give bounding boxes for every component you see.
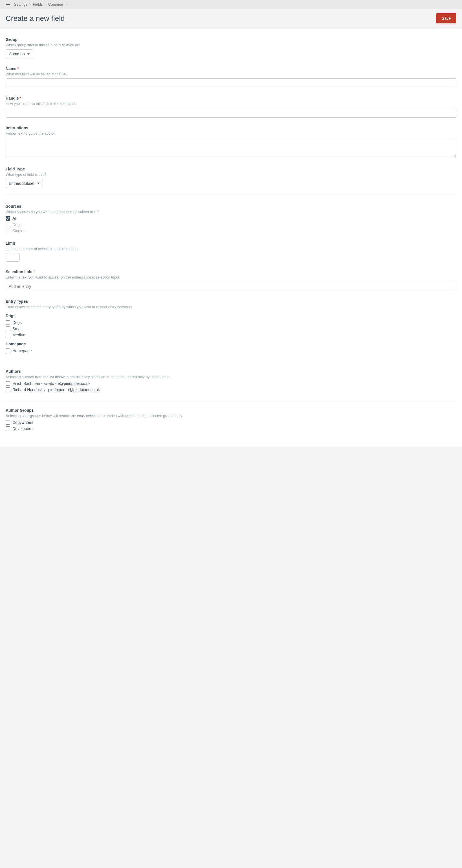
author-group-developers-text: Developers: [12, 426, 32, 431]
author-group-developers-checkbox[interactable]: [6, 426, 10, 431]
breadcrumb-sep-3: >: [65, 2, 67, 6]
author-groups-description: Selecting user groups below will restric…: [6, 414, 456, 418]
name-required-star: *: [17, 66, 19, 71]
selection-label-input[interactable]: [6, 282, 456, 291]
entry-type-homepage-checkbox[interactable]: [6, 348, 10, 353]
limit-description: Limit the number of selectable entries s…: [6, 247, 456, 251]
sources-label: Sources: [6, 204, 456, 209]
group-label: Group: [6, 37, 456, 42]
entry-type-dogs-label[interactable]: Dogs: [6, 320, 456, 325]
author-groups-section: Author Groups Selecting user groups belo…: [6, 408, 456, 431]
sources-singles-text: Singles: [12, 228, 25, 233]
handle-label: Handle*: [6, 96, 456, 100]
entry-types-description: From below select the entry types by whi…: [6, 305, 456, 309]
handle-required-star: *: [20, 96, 21, 100]
entry-type-small-checkbox[interactable]: [6, 327, 10, 331]
author-richard-text: Richard Hendricks - piedpiper - r@piedpi…: [12, 388, 100, 392]
page-header: Create a new field Save: [0, 9, 462, 29]
author-groups-label: Author Groups: [6, 408, 456, 412]
breadcrumb-common[interactable]: Common: [48, 2, 63, 6]
field-type-select[interactable]: Entries Subset: [6, 179, 43, 188]
name-description: What this field will be called in the CP…: [6, 72, 456, 76]
entry-type-dogs-checkbox[interactable]: [6, 320, 10, 325]
sources-all-checkbox[interactable]: [6, 216, 10, 221]
author-group-copywriters-label[interactable]: Copywriters: [6, 420, 456, 425]
breadcrumb-sep-2: >: [44, 2, 46, 6]
group-field-section: Group Which group should this field be d…: [6, 37, 456, 58]
hamburger-icon[interactable]: [6, 3, 10, 6]
entry-type-medium-label[interactable]: Medium: [6, 333, 456, 337]
divider-3: [6, 400, 456, 400]
divider-2: [6, 361, 456, 361]
entry-type-homepage-label[interactable]: Homepage: [6, 348, 456, 353]
entry-type-medium-text: Medium: [12, 333, 27, 337]
instructions-input[interactable]: [6, 138, 456, 158]
sources-description: Which sources do you want to select entr…: [6, 210, 456, 214]
page-title: Create a new field: [6, 14, 65, 23]
entry-type-small-text: Small: [12, 327, 22, 331]
author-group-developers-label[interactable]: Developers: [6, 426, 456, 431]
instructions-label: Instructions: [6, 126, 456, 130]
name-field-section: Name* What this field will be called in …: [6, 66, 456, 88]
author-richard-checkbox[interactable]: [6, 388, 10, 392]
authors-label: Authors: [6, 369, 456, 374]
sources-singles-label: Singles: [6, 228, 456, 233]
topbar: Settings > Fields > Common >: [0, 0, 462, 9]
limit-input[interactable]: [6, 253, 20, 261]
author-richard-label[interactable]: Richard Hendricks - piedpiper - r@piedpi…: [6, 388, 456, 392]
selection-label-section: Selection Label Enter the text you want …: [6, 270, 456, 291]
author-erlich-text: Erlich Bachman - aviato - e@piedpiper.co…: [12, 381, 90, 386]
sources-all-label: All: [12, 216, 18, 221]
sources-dogs-text: Dogs: [12, 222, 22, 227]
sources-all-checkbox-label[interactable]: All: [6, 216, 456, 221]
breadcrumb-sep-1: >: [29, 2, 31, 6]
divider-1: [6, 196, 456, 196]
instructions-description: Helper text to guide the author.: [6, 131, 456, 135]
save-button[interactable]: Save: [436, 13, 456, 24]
author-group-copywriters-checkbox[interactable]: [6, 420, 10, 425]
group-select[interactable]: Common: [6, 50, 33, 58]
group-description: Which group should this field be display…: [6, 43, 456, 47]
author-erlich-label[interactable]: Erlich Bachman - aviato - e@piedpiper.co…: [6, 381, 456, 386]
handle-field-section: Handle* How you'll refer to this field i…: [6, 96, 456, 118]
instructions-field-section: Instructions Helper text to guide the au…: [6, 126, 456, 159]
main-content: Group Which group should this field be d…: [0, 29, 462, 447]
handle-input[interactable]: [6, 108, 456, 118]
name-label: Name*: [6, 66, 456, 71]
limit-label: Limit: [6, 241, 456, 246]
entry-types-section: Entry Types From below select the entry …: [6, 299, 456, 353]
entry-type-homepage-text: Homepage: [12, 348, 32, 353]
entry-types-label: Entry Types: [6, 299, 456, 304]
field-type-label: Field Type: [6, 167, 456, 171]
entry-type-medium-checkbox[interactable]: [6, 333, 10, 337]
limit-section: Limit Limit the number of selectable ent…: [6, 241, 456, 261]
field-type-description: What type of field is this?: [6, 173, 456, 177]
author-group-copywriters-text: Copywriters: [12, 420, 33, 425]
sources-dogs-checkbox: [6, 222, 10, 227]
field-type-section: Field Type What type of field is this? E…: [6, 167, 456, 188]
author-erlich-checkbox[interactable]: [6, 381, 10, 386]
entry-type-small-label[interactable]: Small: [6, 327, 456, 331]
breadcrumb-settings[interactable]: Settings: [14, 2, 27, 6]
selection-label-description: Enter the text you want to appear on the…: [6, 275, 456, 279]
authors-description: Selecting authors from the list below to…: [6, 375, 456, 379]
sources-dogs-label: Dogs: [6, 222, 456, 227]
entry-types-dogs-group-title: Dogs: [6, 313, 456, 318]
entry-types-homepage-group-title: Homepage: [6, 342, 456, 346]
handle-description: How you'll refer to this field in the te…: [6, 101, 456, 106]
selection-label-label: Selection Label: [6, 270, 456, 274]
authors-section: Authors Selecting authors from the list …: [6, 369, 456, 392]
sources-singles-checkbox: [6, 228, 10, 233]
entry-type-dogs-text: Dogs: [12, 320, 22, 325]
breadcrumb-fields[interactable]: Fields: [33, 2, 43, 6]
sources-section: Sources Which sources do you want to sel…: [6, 204, 456, 233]
name-input[interactable]: [6, 79, 456, 88]
